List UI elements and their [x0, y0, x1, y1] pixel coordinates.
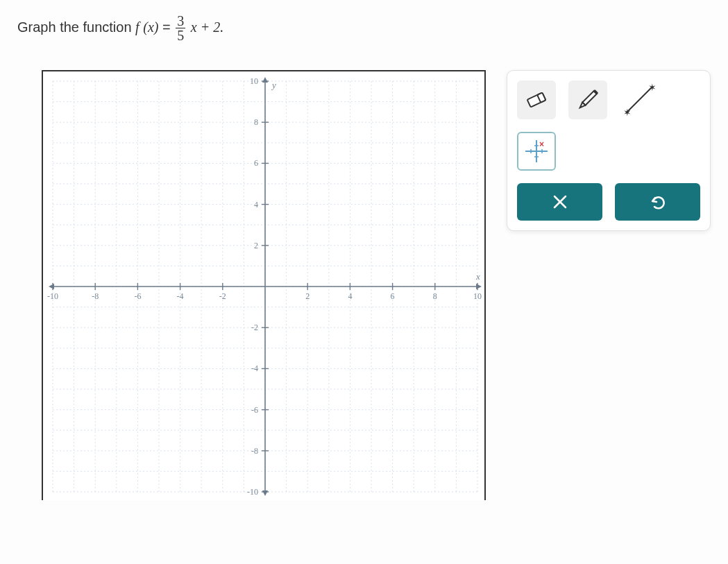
svg-text:2: 2 [305, 291, 310, 301]
prompt-suffix: x + 2. [191, 19, 223, 35]
prompt-fraction: 3 5 [176, 14, 185, 42]
line-with-points-icon: ✶ ✶ [622, 83, 657, 117]
prompt-equals: = [162, 19, 174, 35]
prompt-arg: (x) [143, 19, 158, 35]
eraser-tool-button[interactable] [517, 80, 556, 119]
svg-text:✶: ✶ [648, 83, 657, 93]
svg-marker-44 [476, 284, 482, 289]
svg-marker-45 [49, 284, 54, 289]
svg-text:2: 2 [254, 241, 258, 250]
svg-marker-47 [262, 490, 268, 496]
svg-marker-46 [262, 77, 268, 83]
svg-text:8: 8 [254, 117, 258, 127]
svg-text:x: x [475, 271, 480, 282]
svg-text:-4: -4 [177, 291, 184, 301]
svg-text:-10: -10 [247, 487, 258, 497]
pencil-icon [574, 86, 602, 114]
coordinate-graph[interactable]: -10-8-6-4-2246810-10-8-6-4-2246810xy [42, 70, 486, 500]
svg-text:6: 6 [391, 291, 395, 301]
svg-text:10: 10 [250, 76, 258, 86]
svg-text:4: 4 [348, 291, 352, 301]
undo-icon [649, 193, 667, 211]
svg-text:-10: -10 [47, 291, 58, 301]
frac-den: 5 [176, 28, 185, 42]
undo-button[interactable] [615, 183, 700, 221]
prompt-prefix: Graph the function [17, 19, 135, 35]
frac-num: 3 [176, 14, 185, 28]
prompt-func: f [135, 19, 139, 35]
svg-text:-6: -6 [134, 291, 141, 301]
line-tool-button[interactable]: ✶ ✶ [620, 80, 659, 119]
svg-text:×: × [539, 139, 544, 149]
svg-text:✶: ✶ [623, 107, 632, 117]
svg-text:-8: -8 [92, 291, 99, 301]
svg-text:y: y [271, 80, 276, 90]
clear-button[interactable] [517, 183, 602, 221]
svg-text:-2: -2 [219, 291, 226, 301]
svg-text:-4: -4 [251, 364, 258, 373]
svg-text:-8: -8 [251, 446, 258, 456]
eraser-icon [523, 86, 550, 114]
pencil-tool-button[interactable] [568, 80, 607, 119]
question-prompt: Graph the function f (x) = 3 5 x + 2. [17, 14, 711, 42]
tool-panel: ✶ ✶ × [507, 70, 711, 231]
plot-point-icon: × [521, 136, 552, 166]
point-graph-tool-button[interactable]: × [517, 132, 556, 171]
close-icon [551, 193, 569, 211]
svg-text:8: 8 [433, 291, 437, 301]
graph-svg[interactable]: -10-8-6-4-2246810-10-8-6-4-2246810xy [43, 71, 487, 502]
svg-text:-2: -2 [251, 323, 258, 332]
svg-text:10: 10 [473, 291, 482, 301]
svg-text:-6: -6 [251, 405, 258, 415]
svg-marker-93 [579, 103, 586, 110]
svg-text:4: 4 [254, 200, 258, 210]
svg-text:6: 6 [254, 158, 258, 168]
